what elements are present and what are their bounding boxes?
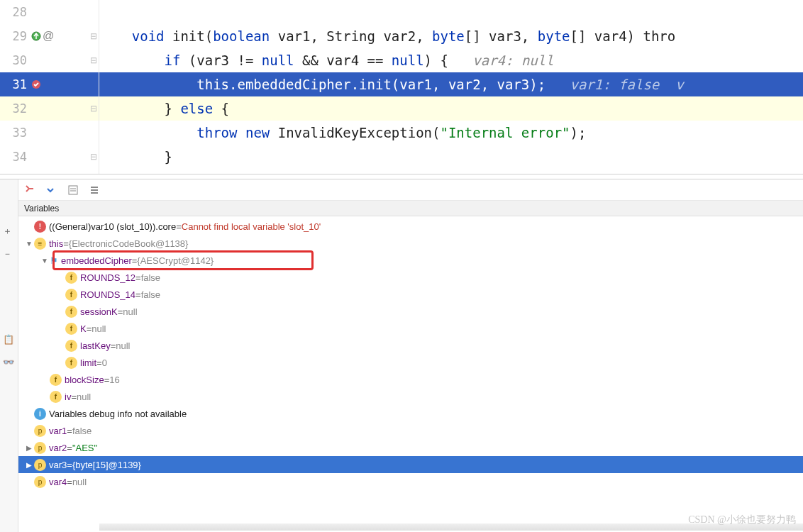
variable-name: embeddedCipher	[61, 255, 132, 266]
variable-row[interactable]: flastKey = null	[18, 337, 803, 354]
svg-rect-2	[69, 186, 77, 194]
variable-value: null	[116, 340, 130, 351]
variable-name: sessionK	[80, 306, 118, 317]
step-into-icon[interactable]	[24, 184, 37, 196]
code-line-current: this.embeddedCipher.init(var1, var2, var…	[99, 72, 803, 96]
variable-row[interactable]: fsessionK = null	[18, 303, 803, 320]
expand-arrow-icon[interactable]: ▶	[24, 461, 34, 469]
variable-name: ROUNDS_12	[80, 272, 135, 283]
line-num: 33	[4, 126, 27, 140]
debug-side-toolbar: ＋ － 📋 👓	[0, 179, 18, 532]
line-num: 32	[4, 101, 27, 116]
glasses-icon[interactable]: 👓	[3, 357, 16, 370]
f-badge-icon: f	[65, 357, 77, 369]
line-num: 28	[4, 5, 27, 19]
variable-value: false	[141, 289, 160, 300]
variable-name: limit	[80, 358, 96, 368]
variable-row[interactable]: ▼≡this = {ElectronicCodeBook@1138}	[18, 235, 803, 252]
f-badge-icon: f	[50, 391, 62, 403]
f-badge-icon: f	[65, 272, 77, 284]
obj-badge-icon: ≡	[34, 238, 46, 250]
expand-arrow-icon[interactable]: ▼	[24, 240, 34, 248]
variable-value: null	[123, 306, 137, 317]
editor-gutter: 28 29 @ ⊟ 30⊟ 31 32⊟ 33 34⊟	[0, 0, 99, 174]
code-line: } else {	[99, 96, 803, 121]
variables-tab[interactable]: Variables	[18, 201, 803, 216]
variable-value: 0	[102, 358, 107, 368]
fold-handle[interactable]: ⊟	[90, 104, 97, 113]
line-num: 34	[4, 150, 27, 164]
code-line: void init(boolean var1, String var2, byt…	[99, 24, 803, 48]
variables-tree[interactable]: !((General)var10 (slot_10)).core = Canno…	[18, 216, 803, 532]
variable-row[interactable]: ▶pvar2 = "AES"	[18, 439, 803, 456]
variable-value: false	[141, 272, 160, 283]
variable-row[interactable]: fblockSize = 16	[18, 371, 803, 388]
f-badge-icon: f	[65, 306, 77, 318]
variable-value: {ElectronicCodeBook@1138}	[69, 238, 189, 249]
variable-name: K	[80, 323, 87, 334]
variable-name: var2	[49, 443, 67, 453]
debug-toolbar	[18, 179, 803, 201]
variable-row[interactable]: pvar1 = false	[18, 422, 803, 439]
expand-arrow-icon[interactable]: ▼	[40, 257, 50, 265]
variable-row[interactable]: ▶pvar3 = {byte[15]@1139}	[18, 456, 803, 473]
code-area[interactable]: void init(boolean var1, String var2, byt…	[99, 0, 803, 174]
code-line: }	[99, 145, 803, 169]
code-line	[99, 0, 803, 24]
variable-name: ((General)var10 (slot_10)).core	[49, 221, 176, 232]
variable-row[interactable]: ▼⚑embeddedCipher = {AESCrypt@1142}	[18, 252, 803, 269]
f-badge-icon: f	[65, 340, 77, 352]
line-num: 31	[4, 77, 27, 92]
err-badge-icon: !	[34, 221, 46, 233]
variable-row[interactable]: pvar4 = null	[18, 473, 803, 490]
variable-name: this	[49, 238, 63, 249]
variable-row[interactable]: fiv = null	[18, 388, 803, 405]
variable-row[interactable]: fK = null	[18, 320, 803, 337]
minus-icon[interactable]: －	[3, 248, 16, 260]
expand-arrow-icon[interactable]: ▶	[24, 444, 34, 452]
variable-row[interactable]: flimit = 0	[18, 354, 803, 371]
variable-row[interactable]: fROUNDS_12 = false	[18, 269, 803, 286]
p-badge-icon: p	[34, 459, 46, 471]
at-symbol: @	[43, 30, 54, 43]
variable-row[interactable]: iVariables debug info not available	[18, 405, 803, 422]
code-line: throw new InvalidKeyException("Internal …	[99, 121, 803, 145]
variable-name: iv	[65, 392, 71, 402]
debug-panel: ＋ － 📋 👓 Variables !((General)var10 (slot…	[0, 179, 803, 532]
fold-handle[interactable]: ⊟	[90, 31, 97, 41]
variable-name: ROUNDS_14	[80, 289, 135, 300]
fold-handle[interactable]: ⊟	[90, 152, 97, 162]
variable-value: null	[72, 477, 87, 487]
f-badge-icon: f	[50, 374, 62, 386]
override-icon[interactable]	[31, 31, 41, 41]
f-badge-icon: f	[65, 289, 77, 301]
panel-splitter[interactable]	[0, 174, 803, 179]
variable-name: var4	[49, 477, 67, 487]
variable-name: var1	[49, 426, 67, 436]
step-over-icon[interactable]	[45, 184, 58, 196]
variable-row[interactable]: !((General)var10 (slot_10)).core = Canno…	[18, 218, 803, 235]
fold-handle[interactable]: ⊟	[90, 55, 97, 65]
variable-name: lastKey	[80, 340, 111, 351]
variable-value: null	[77, 392, 91, 402]
code-editor: 28 29 @ ⊟ 30⊟ 31 32⊟ 33 34⊟ void init(bo…	[0, 0, 803, 174]
variable-value: Cannot find local variable 'slot_10'	[182, 221, 321, 232]
line-num: 29	[4, 29, 27, 43]
list-icon[interactable]	[88, 184, 101, 196]
breakpoint-icon[interactable]	[31, 79, 41, 89]
info-badge-icon: i	[34, 408, 46, 420]
clipboard-icon[interactable]: 📋	[3, 334, 16, 347]
p-badge-icon: p	[34, 442, 46, 454]
p-badge-icon: p	[34, 425, 46, 437]
variable-value: false	[72, 426, 92, 436]
variable-row[interactable]: fROUNDS_14 = false	[18, 286, 803, 303]
variable-value: {AESCrypt@1142}	[137, 255, 214, 266]
plus-icon[interactable]: ＋	[3, 225, 16, 238]
variable-value: 16	[109, 375, 119, 385]
flag-icon: ⚑	[50, 255, 58, 266]
variable-value: "AES"	[72, 443, 97, 453]
calc-icon[interactable]	[67, 184, 79, 196]
code-line: if (var3 != null && var4 == null) { var4…	[99, 48, 803, 72]
f-badge-icon: f	[65, 323, 77, 335]
variable-name: blockSize	[65, 375, 104, 385]
